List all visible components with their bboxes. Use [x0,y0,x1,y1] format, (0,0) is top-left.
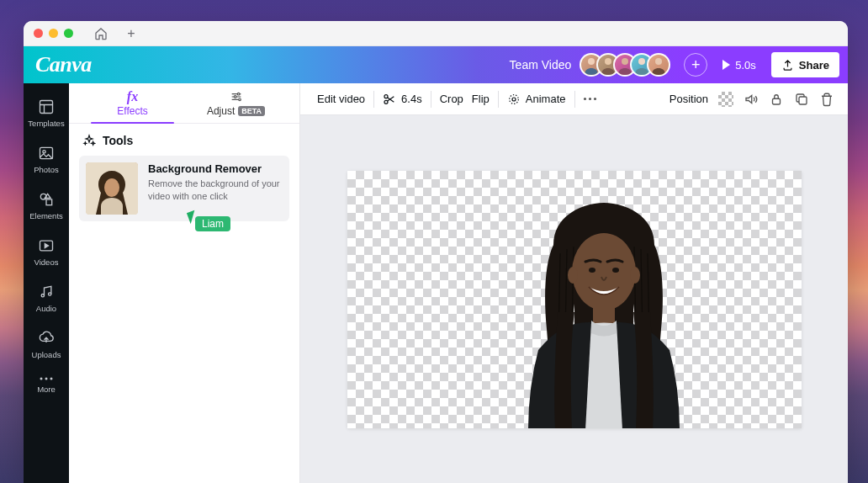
tab-effects[interactable]: fx Effects [81,83,184,123]
svg-point-1 [605,58,611,65]
scissors-icon [383,93,396,106]
svg-point-32 [612,268,619,273]
panel-tabs: fx Effects AdjustBETA [69,83,299,124]
share-button[interactable]: Share [771,52,839,77]
rail-label: Videos [34,257,59,267]
effects-icon: fx [127,90,138,104]
svg-point-12 [49,293,51,295]
transparency-icon [718,92,733,107]
tools-heading: Tools [79,134,289,147]
trash-icon [819,92,834,107]
play-button[interactable]: 5.0s [716,52,763,77]
collaborator-avatars [580,53,670,77]
svg-point-21 [104,178,119,197]
svg-point-31 [589,268,595,273]
rail-uploads[interactable]: Uploads [24,321,69,368]
more-icon [39,376,54,381]
svg-point-7 [43,151,45,153]
svg-point-17 [234,95,236,98]
templates-icon [38,98,55,115]
minimize-window-button[interactable] [49,29,58,38]
play-duration: 5.0s [735,59,756,72]
canvas-area: Edit video 6.4s Crop Flip [300,83,848,483]
animate-button[interactable]: Animate [507,93,566,106]
uploads-icon [38,330,55,347]
svg-point-3 [638,58,645,65]
svg-point-15 [50,378,53,380]
svg-point-2 [622,58,628,65]
collaborator-name: Liam [195,216,230,231]
video-subject [486,203,722,428]
svg-point-24 [512,98,516,101]
video-frame[interactable] [347,171,802,428]
rail-templates[interactable]: Templates [24,90,69,136]
new-tab-button[interactable]: + [124,26,139,41]
lock-button[interactable] [769,92,784,107]
volume-icon [744,92,759,107]
crop-button[interactable]: Crop [440,93,463,105]
beta-badge: BETA [238,106,265,116]
animate-icon [507,93,521,106]
svg-point-13 [40,378,43,380]
copy-icon [794,92,809,107]
svg-point-14 [45,378,48,380]
more-icon [584,98,596,100]
nav-rail: Templates Photos Elements Videos Audio U… [24,83,69,483]
context-toolbar: Edit video 6.4s Crop Flip [300,83,848,115]
svg-point-4 [655,58,662,65]
home-icon[interactable] [93,26,108,41]
canva-logo[interactable]: Canva [35,52,92,77]
photos-icon [38,145,55,162]
svg-point-25 [509,94,518,104]
rail-label: Uploads [32,350,61,359]
rail-audio[interactable]: Audio [24,275,69,321]
effects-panel: fx Effects AdjustBETA Tools [69,83,300,483]
svg-point-28 [572,233,636,310]
rail-label: Photos [34,165,59,174]
rail-elements[interactable]: Elements [24,183,69,229]
app-body: Templates Photos Elements Videos Audio U… [24,83,848,483]
trim-duration: 6.4s [401,93,422,105]
background-remover-tool[interactable]: Background Remover Remove the background… [79,156,289,221]
edit-video-button[interactable]: Edit video [317,93,365,105]
trim-button[interactable]: 6.4s [383,93,422,106]
delete-button[interactable] [819,92,834,107]
lock-icon [769,92,784,107]
rail-more[interactable]: More [24,368,69,402]
tool-text: Background Remover Remove the background… [148,162,283,204]
rail-photos[interactable]: Photos [24,136,69,183]
play-icon [722,60,730,70]
rail-videos[interactable]: Videos [24,229,69,275]
svg-point-11 [41,295,44,297]
rail-label: Audio [36,304,56,313]
close-window-button[interactable] [34,29,43,38]
project-name[interactable]: Team Video [510,58,572,72]
svg-rect-27 [799,97,807,104]
svg-point-18 [238,98,241,101]
sparkle-icon [82,134,96,147]
elements-icon [38,191,55,208]
svg-point-30 [630,267,640,284]
flip-button[interactable]: Flip [472,93,490,105]
audio-icon [38,284,55,300]
volume-button[interactable] [744,92,759,107]
collaborator-cursor: Liam [188,216,230,231]
canvas-stage[interactable] [300,115,848,483]
app-header: Canva Team Video + 5.0s Share [24,46,848,83]
share-icon [781,59,794,72]
tab-adjust[interactable]: AdjustBETA [184,83,288,123]
more-options-button[interactable] [584,98,596,100]
svg-point-29 [568,267,578,284]
videos-icon [38,237,55,254]
transparency-button[interactable] [718,92,733,107]
maximize-window-button[interactable] [64,29,73,38]
duplicate-button[interactable] [794,92,809,107]
tab-label: Effects [117,105,147,117]
svg-rect-9 [46,199,52,205]
position-button[interactable]: Position [670,93,708,105]
browser-chrome-bar: + [24,21,848,46]
avatar[interactable] [647,53,670,77]
tool-title: Background Remover [148,162,283,175]
add-collaborator-button[interactable]: + [684,53,707,77]
svg-point-0 [588,58,595,65]
